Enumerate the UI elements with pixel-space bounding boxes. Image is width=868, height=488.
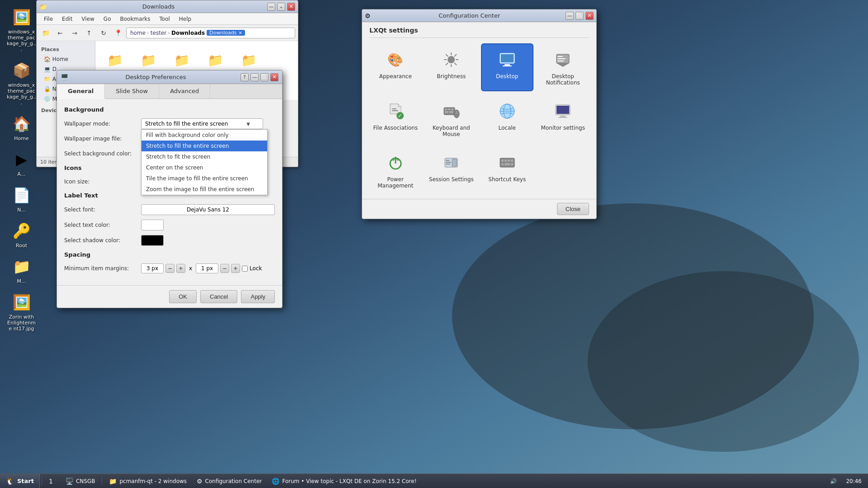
desktop-icon-img-root: 🔑 <box>11 220 33 242</box>
config-close-btn[interactable]: ✕ <box>585 12 594 20</box>
prefs-title-icon: 🖥️ <box>61 74 68 81</box>
menu-go[interactable]: Go <box>100 14 115 23</box>
prefs-close-btn[interactable]: ✕ <box>270 73 278 81</box>
breadcrumb-home[interactable]: home <box>130 30 146 36</box>
lock-checkbox[interactable] <box>242 266 248 272</box>
notifications-label: Desktop Notifications <box>541 73 586 86</box>
taskbar: 🐧 Start 1 🖥️ CNSGB 📁 pcmanfm-qt - 2 wind… <box>0 474 868 488</box>
taskbar-item-pcmanfm[interactable]: 📁 pcmanfm-qt - 2 windows <box>104 474 192 488</box>
svg-line-8 <box>446 54 448 56</box>
taskbar-item-cnsgb[interactable]: 🖥️ CNSGB <box>61 474 100 488</box>
dropdown-option-5[interactable]: Tile the image to fill the entire screen <box>142 173 267 184</box>
desktop-icon-windows-theme1[interactable]: 🖼️ windows_x theme_pac kage_by_g... <box>5 5 38 54</box>
text-color-swatch[interactable] <box>141 220 164 230</box>
desktop-icon-zorin-img[interactable]: 🖼️ Zorin with Enlightenme nt17.jpg <box>5 290 38 333</box>
pcmanfm-label: pcmanfm-qt - 2 windows <box>119 478 187 484</box>
prefs-minimize-btn[interactable]: — <box>250 73 259 81</box>
start-button[interactable]: 🐧 Start <box>0 474 40 488</box>
volume-btn[interactable]: 🔊 <box>827 478 840 484</box>
config-item-power[interactable]: Power Management <box>369 146 422 194</box>
background-section-title: Background <box>64 106 275 113</box>
menu-bookmarks[interactable]: Bookmarks <box>116 14 154 23</box>
sidebar-item-home[interactable]: 🏠 Home <box>37 54 95 64</box>
menu-view[interactable]: View <box>78 14 98 23</box>
breadcrumb-downloads[interactable]: Downloads <box>171 30 205 36</box>
bg-color-label: Select background color: <box>64 150 141 157</box>
desktop-icon-m[interactable]: 📁 M... <box>5 254 38 286</box>
wallpaper-mode-select[interactable]: Stretch to fill the entire screen ▼ <box>141 118 263 129</box>
svg-rect-55 <box>501 163 504 165</box>
margin-y-value[interactable]: 1 px <box>196 263 218 273</box>
downloads-minimize-btn[interactable]: — <box>267 3 275 11</box>
desktop-prefs-titlebar[interactable]: 🖥️ Desktop Preferences ? — ⬜ ✕ <box>57 70 282 84</box>
config-item-file-assoc[interactable]: ✓ File Associations <box>369 95 422 143</box>
dropdown-option-2[interactable]: Stretch to fill the entire screen <box>142 141 267 151</box>
dropdown-option-6[interactable]: Zoom the image to fill the entire screen <box>142 184 267 195</box>
downloads-titlebar[interactable]: 📁 Downloads — ⌄ ✕ <box>37 0 298 13</box>
config-item-desktop[interactable]: Desktop <box>481 43 533 91</box>
brightness-icon <box>440 49 462 70</box>
tab-slideshow[interactable]: Slide Show <box>105 84 159 99</box>
config-item-shortcut-keys[interactable]: Shortcut Keys <box>481 146 533 194</box>
keyboard-mouse-label: Keyboard and Mouse <box>429 125 474 137</box>
margin-y-plus[interactable]: + <box>231 264 240 273</box>
margin-y-minus[interactable]: − <box>220 264 229 273</box>
spacing-section: Spacing Minimum item margins: 3 px − + x… <box>64 251 275 273</box>
margin-x-plus[interactable]: + <box>176 264 185 273</box>
prefs-restore-btn[interactable]: ⬜ <box>260 73 269 81</box>
margin-x-minus[interactable]: − <box>165 264 175 273</box>
taskbar-item-forum[interactable]: 🌐 Forum • View topic - LXQt DE on Zorin … <box>267 474 421 488</box>
toolbar-refresh-btn[interactable]: ↻ <box>97 27 110 39</box>
breadcrumb-tab[interactable]: Downloads × <box>207 30 245 36</box>
config-minimize-btn[interactable]: — <box>566 12 574 20</box>
dropdown-option-3[interactable]: Stretch to fit the screen <box>142 151 267 162</box>
apply-btn[interactable]: Apply <box>241 290 275 303</box>
config-item-brightness[interactable]: Brightness <box>425 43 478 91</box>
desktop-icon-app[interactable]: ▶️ A... <box>5 147 38 179</box>
downloads-restore-btn[interactable]: ⌄ <box>277 3 285 11</box>
prefs-help-btn[interactable]: ? <box>241 73 249 81</box>
desktop-icon-n[interactable]: 📄 N... <box>5 183 38 215</box>
toolbar-icon-btn[interactable]: 📁 <box>39 27 52 39</box>
menu-file[interactable]: File <box>40 14 57 23</box>
taskbar-item-config[interactable]: ⚙️ Configuration Center <box>192 474 267 488</box>
cancel-btn[interactable]: Cancel <box>200 290 237 303</box>
breadcrumb-tester[interactable]: tester <box>151 30 166 36</box>
menu-edit[interactable]: Edit <box>58 14 76 23</box>
tab-advanced[interactable]: Advanced <box>159 84 210 99</box>
toolbar-back-btn[interactable]: ← <box>54 27 66 39</box>
taskbar-item-1[interactable]: 1 <box>44 474 61 488</box>
menu-help[interactable]: Help <box>175 14 195 23</box>
config-item-keyboard-mouse[interactable]: Keyboard and Mouse <box>425 95 478 143</box>
config-center-titlebar[interactable]: ⚙️ Configuration Center — ⬜ ✕ <box>362 9 596 22</box>
power-label: Power Management <box>373 176 418 189</box>
breadcrumb[interactable]: home › tester › Downloads Downloads × <box>126 28 295 38</box>
menu-tool[interactable]: Tool <box>156 14 174 23</box>
shadow-color-swatch[interactable] <box>141 235 164 246</box>
config-close-button[interactable]: Close <box>557 203 589 215</box>
config-restore-btn[interactable]: ⬜ <box>576 12 584 20</box>
svg-rect-56 <box>505 163 510 165</box>
margin-x-value[interactable]: 3 px <box>141 263 164 273</box>
dropdown-option-4[interactable]: Center on the screen <box>142 162 267 173</box>
font-display[interactable]: DejaVu Sans 12 <box>141 204 275 215</box>
config-item-locale[interactable]: Locale <box>481 95 533 143</box>
ok-btn[interactable]: OK <box>169 290 197 303</box>
desktop-icon-root[interactable]: 🔑 Root <box>5 218 38 250</box>
config-item-session[interactable]: Session Settings <box>425 146 478 194</box>
tab-general[interactable]: General <box>57 84 105 99</box>
toolbar-forward-btn[interactable]: → <box>68 27 81 39</box>
desktop-icon-windows-theme2[interactable]: 📦 windows_x theme_pac kage_by_g... <box>5 58 38 108</box>
wallpaper-mode-row: Wallpaper mode: Stretch to fill the enti… <box>64 118 275 129</box>
svg-rect-30 <box>448 108 450 110</box>
config-item-monitor[interactable]: Monitor settings <box>537 95 590 143</box>
text-color-row: Select text color: <box>64 220 275 230</box>
toolbar-up-btn[interactable]: ↑ <box>83 27 95 39</box>
config-item-appearance[interactable]: 🎨 Appearance <box>369 43 422 91</box>
desktop-icon-home[interactable]: 🏠 Home <box>5 111 38 143</box>
downloads-close-btn[interactable]: ✕ <box>287 3 295 11</box>
taskbar-sep-2 <box>102 477 102 486</box>
config-item-notifications[interactable]: Desktop Notifications <box>537 43 590 91</box>
toolbar-location-btn[interactable]: 📍 <box>112 27 124 39</box>
dropdown-option-1[interactable]: Fill with background color only <box>142 130 267 141</box>
